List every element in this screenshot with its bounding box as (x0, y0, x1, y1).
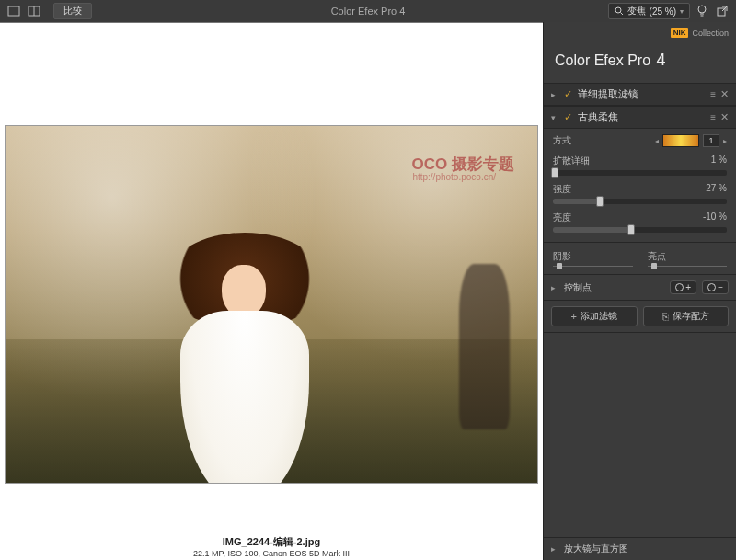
control-points-label: 控制点 (564, 281, 664, 294)
watermark-url: http://photo.poco.cn/ (412, 172, 496, 182)
panel-version: 4 (657, 51, 666, 69)
loupe-histogram-row[interactable]: ▸ 放大镜与直方图 (544, 537, 736, 560)
loupe-histogram-label: 放大镜与直方图 (564, 543, 628, 555)
check-icon[interactable]: ✓ (564, 88, 572, 100)
main-canvas-area: OCO 摄影专题 http://photo.poco.cn/ IMG_2244-… (0, 22, 543, 560)
filter-name-label: 古典柔焦 (578, 110, 705, 124)
slider-label: 扩散详细 (553, 154, 590, 167)
slider-track[interactable] (553, 199, 727, 204)
slider-brightness: 亮度 -10 % (553, 211, 727, 233)
lightbulb-icon[interactable] (694, 4, 710, 18)
style-label: 方式 (553, 134, 571, 147)
file-details-label: 22.1 MP, ISO 100, Canon EOS 5D Mark III (0, 549, 543, 558)
panel-title-text: Color Efex Pro (555, 52, 650, 68)
save-icon: ⎘ (662, 311, 669, 322)
filter-controls: 方式 ◂ 1 ▸ 扩散详细 1 % (544, 129, 736, 243)
svg-point-5 (698, 6, 706, 13)
plus-icon: + (571, 311, 577, 322)
svg-rect-0 (8, 6, 19, 16)
action-button-row: + 添加滤镜 ⎘ 保存配方 (544, 301, 736, 333)
right-panel: NIK Collection Color Efex Pro 4 ▸ ✓ 详细提取… (543, 22, 736, 560)
circle-icon (675, 283, 684, 291)
svg-line-4 (620, 13, 623, 16)
preview-image[interactable]: OCO 摄影专题 http://photo.poco.cn/ (5, 125, 538, 484)
close-icon[interactable]: ✕ (720, 111, 729, 123)
shadow-label: 阴影 (553, 250, 633, 263)
filter-menu-icon[interactable]: ≡ (710, 112, 715, 122)
filter-item-detail-extractor[interactable]: ▸ ✓ 详细提取滤镜 ≡ ✕ (544, 83, 736, 106)
shadow-slider[interactable]: 阴影 (553, 250, 633, 267)
highlight-label: 亮点 (648, 250, 728, 263)
brand-badge: NIK (671, 28, 689, 38)
chevron-right-icon[interactable]: ▸ (551, 544, 558, 554)
top-toolbar: 比较 Color Efex Pro 4 变焦 (25 %) ▾ (0, 0, 736, 22)
compare-button[interactable]: 比较 (53, 3, 92, 19)
shadow-highlight-row: 阴影 亮点 (544, 243, 736, 275)
slider-label: 强度 (553, 183, 571, 196)
slider-value: -10 % (703, 211, 727, 224)
chevron-down-icon[interactable]: ▾ (551, 113, 558, 122)
filter-menu-icon[interactable]: ≡ (710, 89, 715, 99)
add-filter-button[interactable]: + 添加滤镜 (551, 306, 638, 326)
highlight-slider[interactable]: 亮点 (648, 250, 728, 267)
zoom-control[interactable]: 变焦 (25 %) ▾ (608, 3, 690, 19)
panel-title: Color Efex Pro 4 (544, 43, 736, 83)
style-row: 方式 ◂ 1 ▸ (553, 134, 727, 147)
style-index[interactable]: 1 (703, 134, 719, 147)
filter-item-classic-soft-focus[interactable]: ▾ ✓ 古典柔焦 ≡ ✕ (544, 106, 736, 129)
window-title: Color Efex Pro 4 (331, 6, 406, 17)
zoom-label: 变焦 (627, 5, 646, 17)
slider-track[interactable] (553, 227, 727, 233)
export-icon[interactable] (714, 4, 730, 18)
zoom-value: (25 %) (650, 6, 676, 17)
add-control-point-minus-button[interactable]: − (702, 280, 729, 294)
filter-name-label: 详细提取滤镜 (578, 87, 705, 101)
file-metadata: IMG_2244-编辑-2.jpg 22.1 MP, ISO 100, Cano… (0, 530, 543, 560)
slider-strength: 强度 27 % (553, 183, 727, 204)
add-filter-label: 添加滤镜 (581, 310, 617, 323)
brand-collection-label: Collection (692, 29, 729, 38)
style-prev-icon[interactable]: ◂ (655, 137, 659, 145)
slider-track[interactable] (553, 170, 727, 176)
chevron-down-icon: ▾ (680, 7, 684, 16)
style-next-icon[interactable]: ▸ (723, 137, 727, 145)
save-recipe-label: 保存配方 (673, 310, 709, 323)
brand-strip: NIK Collection (544, 22, 736, 43)
control-points-row: ▸ 控制点 + − (544, 275, 736, 301)
minus-icon: − (718, 282, 723, 292)
slider-value: 1 % (711, 154, 727, 167)
svg-point-3 (615, 7, 621, 13)
slider-label: 亮度 (553, 211, 571, 224)
chevron-right-icon[interactable]: ▸ (551, 90, 558, 99)
single-view-icon[interactable] (6, 4, 22, 18)
search-icon (615, 6, 624, 16)
close-icon[interactable]: ✕ (720, 88, 729, 100)
check-icon[interactable]: ✓ (564, 111, 572, 123)
filename-label: IMG_2244-编辑-2.jpg (0, 535, 543, 549)
chevron-right-icon[interactable]: ▸ (551, 283, 558, 292)
add-control-point-plus-button[interactable]: + (670, 280, 696, 294)
plus-icon: + (685, 282, 691, 292)
slider-diffuse-detail: 扩散详细 1 % (553, 154, 727, 176)
split-view-icon[interactable] (26, 4, 42, 18)
save-recipe-button[interactable]: ⎘ 保存配方 (643, 306, 730, 326)
slider-value: 27 % (706, 183, 727, 196)
style-swatch[interactable] (662, 134, 699, 147)
circle-icon (707, 283, 716, 291)
